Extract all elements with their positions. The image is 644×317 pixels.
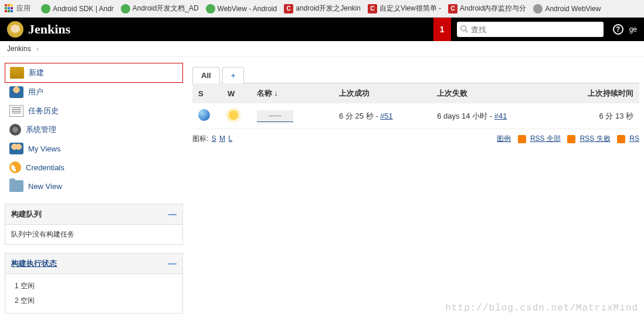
icon-size-row: 图标: S M L — [192, 129, 232, 149]
user-label[interactable]: ge — [629, 25, 637, 33]
col-duration[interactable]: 上次持续时间 — [553, 83, 639, 103]
jenkins-face-icon — [7, 21, 23, 38]
executor-row: 2 空闲 — [11, 294, 177, 308]
breadcrumb: Jenkins › — [0, 41, 644, 57]
rss-icon — [567, 135, 575, 143]
notification-badge[interactable]: 1 — [433, 18, 451, 41]
queue-empty-text: 队列中没有构建任务 — [5, 225, 182, 244]
bookmark-label: Android WebView — [545, 5, 601, 13]
col-last-failure[interactable]: 上次失败 — [431, 83, 553, 103]
sidebar-item-label: Credentials — [26, 163, 65, 172]
cred-icon — [7, 159, 23, 176]
executor-row: 1 空闲 — [11, 279, 177, 294]
last-success-text: 6 分 25 秒 - — [339, 112, 380, 120]
queue-panel-title: 构建队列 — [11, 209, 42, 220]
status-ball-icon[interactable] — [198, 109, 210, 121]
sidebar-item-label: 用户 — [28, 87, 43, 97]
jenkins-logo[interactable]: Jenkins — [7, 21, 70, 38]
sidebar-item-new[interactable]: 新建 — [5, 63, 183, 83]
col-last-success[interactable]: 上次成功 — [333, 83, 431, 103]
svg-point-0 — [461, 26, 466, 31]
rss-latest[interactable]: RS — [629, 134, 639, 143]
last-failure-build[interactable]: #41 — [494, 112, 507, 120]
legend-link[interactable]: 图例 — [497, 134, 511, 143]
bookmark-favicon-icon — [206, 4, 215, 14]
help-icon[interactable]: ? — [613, 24, 623, 35]
svg-line-1 — [465, 31, 467, 33]
bookmark-favicon-icon: C — [284, 4, 293, 14]
job-table: S W 名称 ↓ 上次成功 上次失败 上次持续时间 6 分 25 秒 - #51 — [192, 83, 639, 129]
bookmark-item[interactable]: C自定义View很简单 - — [364, 2, 445, 15]
bookmarks-bar: 应用 Android SDK | AndrAndroid开发文档_ADWebVi… — [0, 0, 644, 18]
sidebar-item-gear[interactable]: 系统管理 — [5, 120, 183, 139]
history-icon — [9, 105, 23, 117]
icon-size-l[interactable]: L — [228, 134, 232, 143]
watermark: http://blog.csdn.net/MatrixMind — [445, 303, 638, 313]
sidebar-item-label: 任务历史 — [28, 106, 59, 116]
queue-panel: 构建队列 — 队列中没有构建任务 — [5, 204, 183, 245]
bookmark-favicon-icon — [41, 4, 50, 14]
new-icon — [10, 67, 24, 79]
search-box — [457, 22, 604, 37]
col-weather[interactable]: W — [222, 83, 251, 103]
bookmark-item[interactable]: Android WebView — [530, 2, 604, 15]
content: All + S W 名称 ↓ 上次成功 上次失败 上次持续时间 — [188, 57, 644, 317]
tab-all[interactable]: All — [192, 67, 220, 83]
breadcrumb-item[interactable]: Jenkins — [7, 45, 31, 53]
sidebar-item-label: New View — [28, 182, 62, 191]
search-input[interactable] — [471, 25, 600, 34]
job-name[interactable] — [257, 110, 293, 122]
sidebar-item-cred[interactable]: Credentials — [5, 158, 183, 177]
sidebar-item-folder[interactable]: New View — [5, 177, 183, 195]
bookmark-favicon-icon: C — [448, 4, 457, 14]
gear-icon — [9, 124, 21, 136]
bookmark-item[interactable]: Android开发文档_AD — [117, 2, 202, 15]
views-icon — [9, 143, 23, 154]
bookmark-label: 自定义View很简单 - — [379, 4, 441, 14]
bookmark-label: Android开发文档_AD — [133, 4, 199, 14]
icon-size-s[interactable]: S — [212, 134, 216, 143]
sidebar-item-user[interactable]: 用户 — [5, 83, 183, 102]
header: Jenkins 1 ? ge — [0, 18, 644, 41]
sidebar-item-label: 新建 — [29, 68, 44, 78]
col-name[interactable]: 名称 ↓ — [251, 83, 333, 103]
bookmark-item[interactable]: Candroid开发之Jenkin — [280, 2, 364, 15]
bookmark-label: Android SDK | Andr — [53, 5, 114, 13]
collapse-icon[interactable]: — — [168, 210, 177, 219]
weather-sun-icon[interactable] — [228, 109, 239, 121]
sidebar-item-label: My Views — [28, 144, 60, 153]
tab-add[interactable]: + — [222, 67, 245, 83]
duration: 6 分 13 秒 — [553, 103, 639, 129]
folder-icon — [9, 180, 23, 192]
sidebar: 新建用户任务历史系统管理My ViewsCredentialsNew View … — [0, 57, 188, 317]
bookmark-favicon-icon — [533, 4, 543, 14]
tabs: All + — [192, 66, 639, 83]
executor-panel: 构建执行状态 — 1 空闲2 空闲 — [5, 253, 183, 313]
last-failure-text: 6 days 14 小时 - — [437, 112, 494, 120]
sidebar-item-history[interactable]: 任务历史 — [5, 102, 183, 120]
table-row: 6 分 25 秒 - #51 6 days 14 小时 - #41 6 分 13… — [192, 103, 639, 129]
rss-icon — [617, 135, 625, 143]
rss-all[interactable]: RSS 全部 — [530, 134, 561, 143]
apps-label: 应用 — [16, 4, 30, 14]
rss-fail[interactable]: RSS 失败 — [580, 134, 611, 143]
bookmark-favicon-icon — [121, 4, 130, 14]
rss-icon — [518, 135, 526, 143]
search-icon — [460, 25, 469, 33]
sidebar-item-label: 系统管理 — [26, 124, 56, 135]
apps-icon[interactable] — [5, 4, 14, 14]
bookmark-item[interactable]: WebView - Android — [202, 2, 281, 15]
executor-panel-title[interactable]: 构建执行状态 — [11, 258, 57, 269]
last-success-build[interactable]: #51 — [380, 112, 393, 120]
sidebar-item-views[interactable]: My Views — [5, 139, 183, 158]
jenkins-title: Jenkins — [28, 22, 70, 37]
icons-label: 图标: — [192, 134, 208, 143]
col-status[interactable]: S — [192, 83, 222, 103]
bookmark-label: WebView - Android — [218, 5, 277, 13]
bookmark-item[interactable]: Android SDK | Andr — [38, 2, 117, 15]
breadcrumb-separator-icon: › — [36, 45, 39, 53]
icon-size-m[interactable]: M — [219, 134, 225, 143]
bookmark-label: android开发之Jenkin — [296, 4, 361, 14]
bookmark-item[interactable]: CAndroid内存监控与分 — [445, 2, 530, 15]
collapse-icon[interactable]: — — [168, 259, 177, 268]
